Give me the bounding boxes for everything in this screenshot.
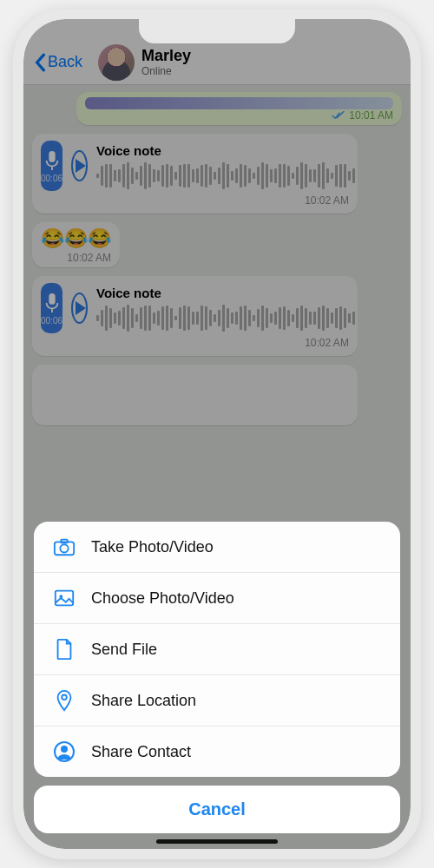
cancel-label: Cancel (188, 799, 246, 819)
sheet-item-label: Choose Photo/Video (91, 589, 234, 608)
sheet-item-label: Take Photo/Video (91, 538, 214, 556)
svg-point-9 (61, 746, 68, 753)
camera-icon (53, 536, 76, 558)
svg-point-3 (60, 544, 68, 552)
sheet-item-label: Share Contact (91, 743, 191, 761)
sheet-item-take-photo[interactable]: Take Photo/Video (34, 522, 400, 573)
notch (139, 19, 295, 43)
contact-icon (53, 740, 76, 763)
attachment-options: Take Photo/Video Choose Photo/Video Send… (34, 522, 400, 777)
screen: Back Marley Online 10:01 AM (23, 19, 411, 849)
sheet-item-share-location[interactable]: Share Location (34, 675, 400, 727)
home-indicator[interactable] (156, 839, 278, 844)
attachment-sheet: Take Photo/Video Choose Photo/Video Send… (34, 522, 400, 833)
phone-frame: Back Marley Online 10:01 AM (13, 9, 421, 859)
svg-rect-5 (56, 591, 73, 606)
sheet-item-choose-photo[interactable]: Choose Photo/Video (34, 573, 400, 624)
sheet-item-send-file[interactable]: Send File (34, 624, 400, 675)
file-icon (53, 638, 76, 661)
sheet-item-label: Share Location (91, 692, 196, 710)
svg-point-7 (62, 695, 67, 700)
cancel-button[interactable]: Cancel (34, 786, 400, 833)
gallery-icon (53, 587, 76, 609)
sheet-item-share-contact[interactable]: Share Contact (34, 727, 400, 777)
sheet-item-label: Send File (91, 641, 157, 659)
location-icon (53, 689, 76, 712)
